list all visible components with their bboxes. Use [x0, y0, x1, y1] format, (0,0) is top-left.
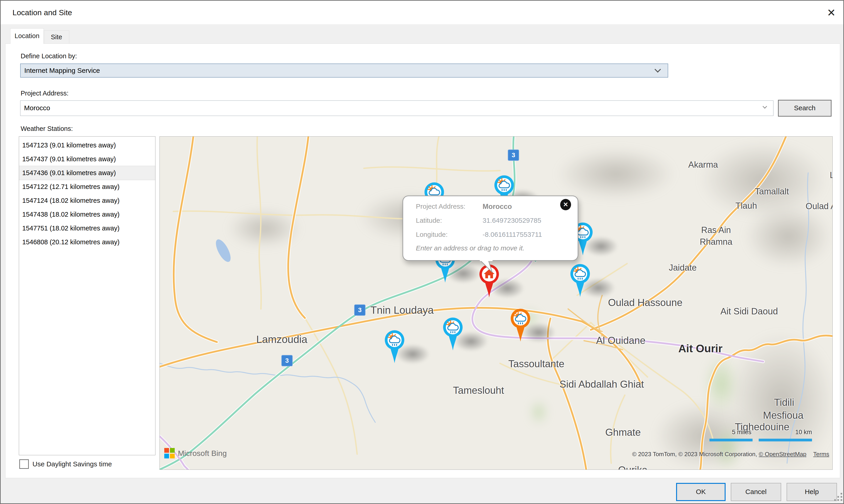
route-shield: 3	[281, 355, 293, 366]
map-place-label: Ait Sidi Daoud	[720, 306, 778, 317]
tooltip-latitude-value: 31.6497230529785	[483, 217, 541, 224]
weather-station-item[interactable]: 1546808 (20.12 kilometres away)	[19, 235, 155, 249]
project-address-value: Morocco	[24, 104, 50, 112]
map-place-label: Laa	[830, 170, 833, 180]
bing-logo-text: Microsoft Bing	[178, 449, 227, 458]
attribution-text: © 2023 TomTom, © 2023 Microsoft Corporat…	[632, 451, 759, 457]
daylight-savings-checkbox[interactable]	[19, 459, 29, 469]
weather-stations-list[interactable]: 1547123 (9.01 kilometres away)1547437 (9…	[19, 136, 156, 455]
resize-grip[interactable]	[834, 490, 844, 503]
map-place-label: Tidili	[774, 397, 794, 408]
daylight-savings-label: Use Daylight Savings time	[33, 460, 112, 468]
map-place-label: Tnin Loudaya	[371, 304, 434, 316]
project-address-label: Project Address:	[21, 90, 69, 97]
map-place-label: Ras Ain	[701, 225, 731, 235]
weather-station-pin[interactable]	[440, 316, 466, 354]
map-place-label: Mesfioua	[763, 410, 804, 421]
search-button[interactable]: Search	[778, 100, 831, 116]
map-place-label: Rhamna	[700, 237, 732, 247]
scale-miles-label: 5 miles	[732, 429, 751, 436]
define-location-label: Define Location by:	[21, 52, 77, 60]
map-place-label: Tlauh	[735, 201, 757, 211]
tab-location[interactable]: Location	[10, 28, 44, 44]
map-place-label: Al Ouidane	[596, 335, 645, 346]
map-place-label: Tassoultante	[508, 358, 564, 370]
tooltip-latitude-label: Latitude:	[416, 217, 442, 224]
map-place-label: Lamzoudia	[256, 333, 307, 345]
weather-station-item[interactable]: 1547122 (12.71 kilometres away)	[19, 180, 155, 194]
tooltip-hint: Enter an address or drag to move it.	[416, 244, 524, 252]
tooltip-pointer	[478, 260, 499, 274]
route-shield: 3	[354, 304, 365, 316]
map-attribution: © 2023 TomTom, © 2023 Microsoft Corporat…	[632, 451, 829, 458]
weather-station-item[interactable]: 1547436 (9.01 kilometres away)	[19, 166, 155, 180]
weather-station-item[interactable]: 1547437 (9.01 kilometres away)	[19, 152, 155, 166]
map-place-label: Ourika	[618, 464, 648, 470]
route-shield: 3	[508, 149, 519, 161]
close-icon[interactable]: ✕	[824, 6, 839, 20]
map-place-label: Oulad Hassoune	[608, 297, 682, 308]
tooltip-longitude-value: -8.06161117553711	[483, 231, 542, 238]
ok-button[interactable]: OK	[676, 483, 725, 501]
weather-station-pin[interactable]	[507, 307, 533, 345]
scale-miles-bar	[710, 439, 753, 442]
weather-station-item[interactable]: 1547438 (18.02 kilometres away)	[19, 208, 155, 221]
tooltip-close-icon[interactable]: ✕	[560, 199, 571, 210]
location-and-site-dialog: Location and Site ✕ Location Site Define…	[0, 0, 844, 504]
weather-station-pin[interactable]	[567, 262, 593, 301]
map-place-label: Akarma	[688, 160, 718, 170]
chevron-down-icon[interactable]	[654, 66, 661, 73]
define-location-dropdown[interactable]: Internet Mapping Service	[20, 64, 668, 77]
map-place-label: Jaidate	[669, 263, 697, 273]
cancel-button[interactable]: Cancel	[731, 483, 781, 501]
map-place-label: Oulad Aa	[806, 201, 833, 211]
chevron-down-icon[interactable]	[762, 104, 767, 109]
bing-logo: Microsoft Bing	[164, 447, 227, 460]
map-place-label: Tamallalt	[755, 187, 789, 196]
scale-km-bar	[759, 439, 812, 442]
tooltip-address-label: Project Address:	[416, 202, 465, 210]
map-place-label: Tameslouht	[453, 385, 504, 396]
tab-site[interactable]: Site	[44, 30, 69, 43]
title-bar: Location and Site	[1, 1, 843, 24]
help-button[interactable]: Help	[787, 483, 837, 501]
project-address-input[interactable]: Morocco	[20, 101, 773, 116]
project-location-tooltip: Project Address: Morocco Latitude: 31.64…	[402, 196, 578, 261]
define-location-value: Internet Mapping Service	[24, 67, 100, 74]
dialog-title: Location and Site	[13, 1, 72, 24]
tooltip-longitude-label: Longitude:	[416, 231, 448, 238]
weather-station-item[interactable]: 1547751 (18.02 kilometres away)	[19, 221, 155, 235]
openstreetmap-link[interactable]: © OpenStreetMap	[759, 451, 806, 457]
weather-stations-label: Weather Stations:	[21, 125, 73, 132]
map-place-label: Ait Ourir	[678, 342, 723, 355]
map-canvas[interactable]: AkarmaLaaTamallaltTlauhOulad AaRas AinRh…	[160, 136, 833, 470]
tooltip-address-value: Morocco	[483, 202, 512, 211]
weather-station-pin[interactable]	[382, 328, 408, 367]
terms-link[interactable]: Terms	[813, 451, 829, 457]
weather-station-item[interactable]: 1547124 (18.02 kilometres away)	[19, 194, 155, 208]
scale-km-label: 10 km	[795, 429, 812, 436]
map-place-label: Sidi Abdallah Ghiat	[559, 379, 644, 390]
microsoft-logo-icon	[164, 448, 175, 458]
map-place-label: Ghmate	[605, 427, 641, 438]
weather-station-item[interactable]: 1547123 (9.01 kilometres away)	[19, 138, 155, 152]
